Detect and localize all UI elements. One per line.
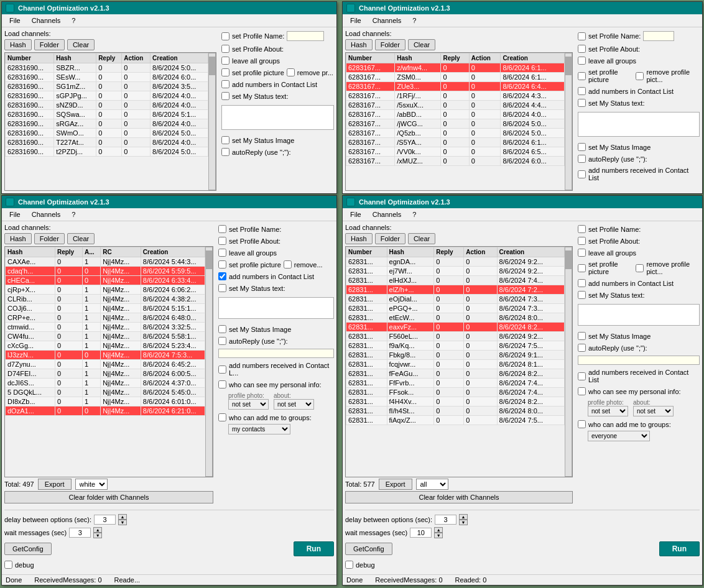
table-row[interactable]: 62831...fcqjvwr...008/6/2024 8:1... (346, 360, 565, 369)
status-text-area-4[interactable] (578, 304, 700, 326)
table-row[interactable]: 62831690...SQSwa...008/6/2024 5:1... (6, 110, 208, 119)
scrollbar-4[interactable] (565, 247, 572, 477)
table-row[interactable]: ctmwid...01Nj|4Mz...8/6/2024 3:32:5... (6, 323, 205, 332)
clear-btn-4[interactable]: Clear (408, 233, 435, 244)
status-text-area-1[interactable] (221, 105, 334, 130)
menu-channels-2[interactable]: Channels (368, 16, 406, 25)
auto-reply-input-3[interactable] (218, 349, 334, 358)
menu-file-3[interactable]: File (4, 209, 25, 219)
table-row[interactable]: 6283167.../VV0k...008/6/2024 6:5... (346, 147, 565, 157)
table-row[interactable]: 62831...FfFvrb...008/6/2024 7:4... (346, 379, 565, 388)
table-row[interactable]: 62831...ePGQ+...008/6/2024 7:3... (346, 304, 565, 313)
auto-reply-check-4[interactable] (578, 344, 586, 352)
table-row[interactable]: 62831...egnDA...008/6/2024 9:2... (346, 257, 565, 267)
profile-about-check-1[interactable] (221, 45, 229, 53)
table-row[interactable]: lJ3zzN...00Nj|4Mz...8/6/2024 7:5:3... (6, 351, 205, 360)
menu-channels-4[interactable]: Channels (368, 209, 406, 219)
delay-up-3[interactable]: ▲ (118, 514, 127, 520)
status-image-check-3[interactable] (218, 325, 226, 333)
menu-channels-3[interactable]: Channels (27, 209, 65, 219)
table-row[interactable]: 62831690...t2PZDj...008/6/2024 5:0... (6, 147, 208, 157)
table-scroll-1[interactable]: Number Hash Reply Action Creation 628316… (5, 53, 208, 190)
wait-input-3[interactable] (69, 528, 91, 538)
profile-about-check-3[interactable] (218, 237, 226, 245)
table-row[interactable]: 62831...elZ/h+...008/6/2024 7:2... (346, 285, 565, 295)
table-row[interactable]: 6283167.../5sxuX...008/6/2024 4:4... (346, 101, 565, 110)
profile-name-check-1[interactable] (221, 32, 229, 40)
who-add-check-4[interactable] (578, 420, 586, 428)
add-received-check-2[interactable] (578, 170, 586, 178)
hash-btn-3[interactable]: Hash (4, 233, 32, 244)
table-row[interactable]: 62831...f4H4Xv...008/6/2024 8:2... (346, 397, 565, 407)
table-row[interactable]: 62831...etEcW...008/6/2024 8:0... (346, 313, 565, 323)
scrollbar-3[interactable] (205, 247, 213, 477)
who-add-check-3[interactable] (218, 413, 226, 421)
status-text-area-3[interactable] (218, 297, 334, 319)
delay-down-3[interactable]: ▼ (118, 520, 127, 525)
table-scroll-4[interactable]: Number Hash Reply Action Creation 62831.… (346, 247, 565, 477)
folder-btn-2[interactable]: Folder (375, 39, 405, 50)
clear-btn-2[interactable]: Clear (408, 39, 435, 50)
profile-name-check-4[interactable] (578, 225, 586, 233)
profile-about-check-4[interactable] (578, 237, 586, 245)
table-row[interactable]: 6283167.../abBD...008/6/2024 4:0... (346, 110, 565, 119)
menu-help-2[interactable]: ? (407, 16, 421, 25)
table-row[interactable]: cdaq'h...00Nj|4Mz...8/6/2024 5:59:5... (6, 267, 205, 276)
table-row[interactable]: 62831690...sNZ9D...008/6/2024 4:0... (6, 101, 208, 110)
remove-pic-check-3[interactable] (284, 260, 292, 269)
getconfig-btn-4[interactable]: GetConfig (345, 543, 392, 555)
color-select-4[interactable]: all white red (416, 479, 448, 490)
folder-btn-1[interactable]: Folder (34, 39, 65, 50)
folder-btn-4[interactable]: Folder (375, 233, 405, 244)
table-row[interactable]: 6283167.../1RFj/...008/6/2024 4:3... (346, 91, 565, 101)
table-row[interactable]: 62831...eaxvFz...008/6/2024 8:2... (346, 323, 565, 332)
delay-up-4[interactable]: ▲ (459, 514, 468, 520)
table-row[interactable]: 62831...eOjDial...008/6/2024 7:3... (346, 295, 565, 304)
menu-help-1[interactable]: ? (67, 16, 80, 25)
hash-btn-1[interactable]: Hash (4, 39, 32, 50)
table-scroll-3[interactable]: Hash Reply A... RC Creation CAXAe...01Nj… (5, 247, 205, 477)
menu-channels-1[interactable]: Channels (27, 16, 65, 25)
table-row[interactable]: 62831690...SBZR...008/6/2024 5:0... (6, 63, 208, 73)
add-numbers-check-4[interactable] (578, 279, 586, 287)
table-row[interactable]: 62831...FFsok...008/6/2024 7:4... (346, 388, 565, 397)
table-row[interactable]: 62831...fI/h4St...008/6/2024 8:0... (346, 407, 565, 416)
table-row[interactable]: 62831...fiAqx/Z...008/6/2024 7:5... (346, 416, 565, 425)
remove-pic-check-2[interactable] (636, 72, 644, 80)
table-row[interactable]: CRP+e...01Nj|4Mz...8/6/2024 6:48:0... (6, 313, 205, 323)
leave-groups-check-3[interactable] (218, 249, 226, 257)
table-row[interactable]: 62831...Fbkg/8...008/6/2024 9:1... (346, 351, 565, 360)
table-row[interactable]: cXcGg...01Nj|4Mz...8/6/2024 5:23:4... (6, 341, 205, 351)
leave-groups-check-4[interactable] (578, 249, 586, 257)
table-row[interactable]: 5 DGQkL...01Nj|4Mz...8/6/2024 5:45:0... (6, 388, 205, 397)
table-row[interactable]: 62831690...T227At...008/6/2024 4:0... (6, 138, 208, 147)
leave-groups-check-1[interactable] (221, 57, 229, 65)
table-row[interactable]: cjRp+X...01Nj|4Mz...8/6/2024 6:06:2... (6, 285, 205, 295)
hash-btn-4[interactable]: Hash (345, 233, 373, 244)
photo-select-4[interactable]: not set (588, 406, 628, 416)
table-row[interactable]: 6283167.../jWCG...008/6/2024 5:0... (346, 119, 565, 129)
table-row[interactable]: 6283167.../xMUZ...008/6/2024 6:0... (346, 157, 565, 166)
getconfig-btn-3[interactable]: GetConfig (4, 543, 52, 555)
table-row[interactable]: 6283167.../S5YA...008/6/2024 6:1... (346, 138, 565, 147)
profile-name-check-3[interactable] (218, 225, 226, 233)
folder-btn-3[interactable]: Folder (34, 233, 65, 244)
clear-btn-3[interactable]: Clear (67, 233, 95, 244)
add-numbers-check-3[interactable] (218, 272, 226, 280)
add-received-check-3[interactable] (218, 365, 226, 374)
table-row[interactable]: 6283167...ZUe3...008/6/2024 6:4... (346, 82, 565, 91)
status-image-check-1[interactable] (221, 136, 229, 144)
menu-help-3[interactable]: ? (67, 209, 80, 219)
table-row[interactable]: 62831690...SEsW...008/6/2024 6:0... (6, 73, 208, 82)
delay-input-4[interactable] (435, 515, 456, 525)
table-row[interactable]: 6283167...z/wfnw4...008/6/2024 6:1... (346, 63, 565, 73)
menu-file-2[interactable]: File (345, 16, 366, 25)
color-select-3[interactable]: white all red (75, 479, 108, 490)
table-row[interactable]: DI8xZb...01Nj|4Mz...8/6/2024 6:01:0... (6, 397, 205, 407)
table-row[interactable]: 6283167.../Q5zb...008/6/2024 5:0... (346, 129, 565, 138)
table-row[interactable]: 62831...F560eL...008/6/2024 9:2... (346, 332, 565, 341)
set-pic-check-2[interactable] (578, 72, 586, 80)
run-btn-3[interactable]: Run (294, 541, 334, 556)
remove-pic-check-1[interactable] (287, 68, 295, 76)
delay-down-4[interactable]: ▼ (459, 520, 468, 525)
